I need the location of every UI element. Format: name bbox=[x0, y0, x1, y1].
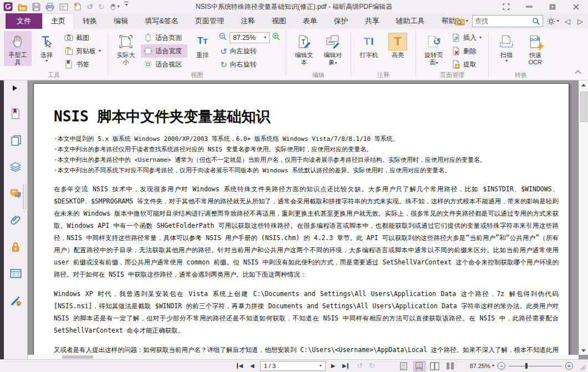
fullscreen-button[interactable] bbox=[501, 3, 510, 11]
zoom-in-button[interactable] bbox=[272, 32, 281, 43]
zoom-in-button[interactable]: + bbox=[565, 362, 573, 370]
zoom-percentage-display[interactable]: 87.25% ▾ bbox=[470, 363, 494, 369]
fit-width-button[interactable]: 适合宽度 bbox=[141, 44, 187, 58]
edit-text-button[interactable]: 编辑文本 bbox=[290, 31, 318, 66]
security-panel-button[interactable] bbox=[9, 240, 22, 253]
group-label-view: 视图 bbox=[108, 71, 286, 79]
rotate-right-button[interactable]: ↻ 向右旋转 bbox=[217, 58, 282, 71]
snapshot-button[interactable]: 截图 bbox=[62, 31, 104, 44]
typewriter-button[interactable]: TI 打字机 bbox=[355, 31, 383, 59]
typewriter-icon: TI bbox=[364, 33, 374, 50]
select-tool-button[interactable]: 选择 ▾ bbox=[33, 31, 60, 63]
next-view-button[interactable]: ↻ bbox=[368, 361, 377, 371]
extract-pages-button[interactable]: 提取 bbox=[449, 58, 484, 71]
actual-size-button[interactable]: 实际大小 bbox=[112, 31, 140, 66]
zoom-slider[interactable] bbox=[509, 362, 562, 370]
last-page-button[interactable]: ▶ bbox=[341, 361, 350, 371]
tab-comment[interactable]: 注释 bbox=[232, 14, 263, 29]
window-resize-grip[interactable] bbox=[579, 363, 586, 370]
history-back-button[interactable]: ◁ bbox=[563, 16, 572, 26]
expand-panel-arrow-icon[interactable] bbox=[13, 85, 17, 91]
bookmarks-panel-button[interactable] bbox=[9, 107, 22, 120]
history-forward-button[interactable]: ▷ bbox=[576, 16, 585, 26]
print-button[interactable] bbox=[45, 2, 54, 12]
signature-icon bbox=[10, 294, 22, 306]
digital-signatures-panel-button[interactable] bbox=[9, 293, 22, 307]
scroll-up-button[interactable] bbox=[579, 80, 588, 89]
next-page-button[interactable]: ▶ bbox=[329, 361, 338, 371]
group-label-tools: 工具 bbox=[0, 71, 108, 79]
highlight-button[interactable]: T 高亮 bbox=[384, 31, 412, 59]
delete-pages-button[interactable]: 删除 bbox=[449, 44, 484, 58]
page-number-combobox[interactable]: 1 / 3 ▾ bbox=[260, 361, 326, 371]
zoom-out-button[interactable] bbox=[219, 32, 227, 43]
rotate-pages-icon: ↺ bbox=[427, 33, 441, 50]
hand-tool-quick-button[interactable]: ▾ bbox=[109, 2, 119, 12]
open-file-button[interactable] bbox=[18, 2, 27, 12]
save-button[interactable] bbox=[32, 2, 40, 12]
close-button[interactable] bbox=[571, 3, 580, 11]
collapse-ribbon-button[interactable] bbox=[575, 67, 581, 77]
single-page-view-button[interactable] bbox=[398, 361, 410, 371]
zoom-slider-thumb[interactable] bbox=[525, 363, 528, 369]
facing-view-button[interactable] bbox=[429, 361, 441, 371]
chevron-down-icon: ▾ bbox=[436, 60, 438, 65]
email-button[interactable] bbox=[59, 2, 68, 12]
tab-share[interactable]: 共享 bbox=[357, 14, 388, 29]
tab-organize[interactable]: 页面管理 bbox=[187, 14, 232, 29]
undo-button[interactable]: ↺ bbox=[87, 2, 93, 12]
form-fields-panel-button[interactable] bbox=[9, 267, 22, 280]
comments-panel-button[interactable] bbox=[9, 187, 22, 200]
vertical-scrollbar-thumb[interactable] bbox=[580, 91, 587, 122]
settings-button[interactable]: ▾ bbox=[547, 17, 559, 26]
chevron-down-icon: ▾ bbox=[99, 49, 101, 53]
panel-drag-handle[interactable] bbox=[23, 185, 26, 209]
rotate-pages-button[interactable]: ↺ 旋转页面▾ bbox=[420, 31, 448, 66]
search-icon[interactable] bbox=[532, 17, 540, 26]
bookmark-button[interactable]: 书签 bbox=[62, 58, 104, 71]
continuous-view-button[interactable] bbox=[413, 361, 425, 371]
tab-convert[interactable]: 转换 bbox=[74, 14, 105, 29]
vertical-scrollbar[interactable] bbox=[579, 80, 588, 355]
continuous-facing-view-button[interactable] bbox=[444, 361, 457, 371]
scroll-down-button[interactable] bbox=[579, 346, 588, 355]
rotate-left-button[interactable]: ↺ 向左旋转 bbox=[217, 44, 282, 58]
tab-fill-sign[interactable]: 填写&签名 bbox=[136, 14, 187, 29]
extract-page-icon bbox=[452, 60, 460, 69]
tab-accessibility[interactable]: 辅助工具 bbox=[388, 14, 433, 29]
previous-page-button[interactable]: ◀ bbox=[248, 361, 257, 371]
layers-panel-button[interactable] bbox=[9, 160, 22, 174]
redo-button[interactable]: ↻ bbox=[98, 2, 105, 12]
maximize-button[interactable] bbox=[548, 3, 557, 11]
tab-file[interactable]: 文件 bbox=[6, 13, 42, 29]
find-input[interactable] bbox=[475, 17, 532, 25]
attachments-panel-button[interactable] bbox=[9, 213, 22, 227]
horizontal-scrollbar-thumb[interactable] bbox=[62, 355, 93, 359]
zoom-out-button[interactable]: − bbox=[498, 362, 505, 370]
hand-tool-button[interactable]: 手型工具 bbox=[4, 31, 32, 66]
tab-view[interactable]: 视图 bbox=[263, 14, 295, 29]
edit-object-icon bbox=[326, 33, 340, 50]
scan-button[interactable]: 扫描 ▾ bbox=[493, 31, 520, 63]
minimize-button[interactable] bbox=[525, 3, 534, 11]
reflow-button[interactable]: Tт 重排 bbox=[189, 31, 216, 59]
select-cursor-icon bbox=[39, 33, 54, 50]
fit-visible-button[interactable]: 适合视区 bbox=[141, 58, 187, 71]
edit-object-button[interactable]: 编辑对象▾ bbox=[319, 31, 347, 66]
customize-toolbar-button[interactable]: ▾ bbox=[124, 2, 128, 12]
tab-protect[interactable]: 保护 bbox=[326, 14, 357, 29]
clipboard-button[interactable]: 剪贴板 ▾ bbox=[62, 44, 104, 58]
quick-ocr-button[interactable]: OCR 快速OCR bbox=[521, 31, 549, 66]
tab-form[interactable]: 表单 bbox=[295, 14, 326, 29]
tab-home[interactable]: 主页 bbox=[42, 13, 74, 29]
tab-edit[interactable]: 编辑 bbox=[105, 14, 136, 29]
insert-pages-button[interactable]: 插入 ▾ bbox=[449, 31, 484, 44]
page-thumbnails-panel-button[interactable] bbox=[9, 134, 22, 147]
first-page-button[interactable]: ◀ bbox=[236, 361, 245, 371]
horizontal-scrollbar[interactable] bbox=[28, 355, 579, 359]
new-document-button[interactable] bbox=[73, 2, 82, 12]
zoom-level-combobox[interactable]: 87.25% ▾ bbox=[230, 32, 270, 43]
search-scope-button[interactable]: ▾ bbox=[455, 17, 468, 26]
previous-view-button[interactable]: ↺ bbox=[356, 361, 364, 371]
fit-page-button[interactable]: 适合页面 bbox=[141, 31, 187, 44]
